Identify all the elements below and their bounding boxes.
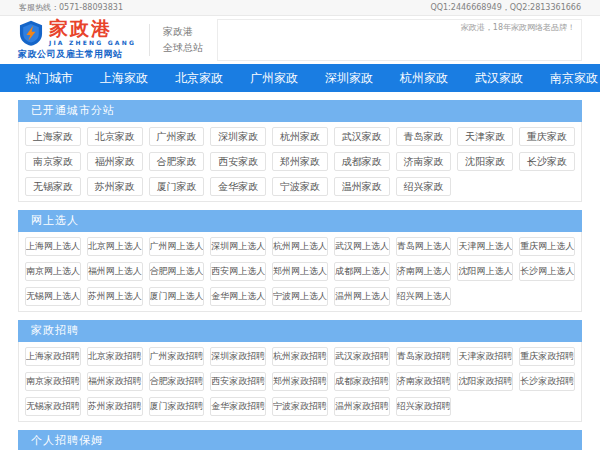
housekeeping-job-link[interactable]: 天津家政招聘 xyxy=(457,347,513,366)
housekeeping-job-link[interactable]: 武汉家政招聘 xyxy=(334,347,390,366)
online-picking-link[interactable]: 广州网上选人 xyxy=(149,237,205,256)
nav-item[interactable]: 深圳家政 xyxy=(325,70,373,87)
online-picking-link[interactable]: 绍兴网上选人 xyxy=(396,287,452,306)
city-branch-link[interactable]: 宁波家政 xyxy=(272,177,328,196)
nav-item[interactable]: 武汉家政 xyxy=(475,70,523,87)
city-branch-link[interactable]: 合肥家政 xyxy=(149,152,205,171)
city-branch-link[interactable]: 绍兴家政 xyxy=(396,177,452,196)
city-branch-link[interactable]: 福州家政 xyxy=(87,152,143,171)
city-branch-link[interactable]: 厦门家政 xyxy=(149,177,205,196)
logo-tagline: 家政公司及雇主常用网站 xyxy=(18,48,136,61)
online-picking-link[interactable]: 福州网上选人 xyxy=(87,262,143,281)
city-branch-link[interactable]: 广州家政 xyxy=(149,127,205,146)
logo-text-block: 家政港 JIA ZHENG GANG xyxy=(49,19,136,46)
logo-name: 家政港 xyxy=(49,19,136,38)
online-picking-link[interactable]: 合肥网上选人 xyxy=(149,262,205,281)
online-picking-link[interactable]: 深圳网上选人 xyxy=(210,237,266,256)
housekeeping-job-link[interactable]: 宁波家政招聘 xyxy=(272,397,328,416)
housekeeping-job-link[interactable]: 温州家政招聘 xyxy=(334,397,390,416)
main-content: 已开通城市分站 上海家政北京家政广州家政深圳家政杭州家政武汉家政青岛家政天津家政… xyxy=(0,92,600,450)
city-branch-link[interactable]: 北京家政 xyxy=(87,127,143,146)
online-picking-link[interactable]: 成都网上选人 xyxy=(334,262,390,281)
header-banner-box: 家政港，18年家政网络老品牌！ xyxy=(217,19,582,61)
online-picking-link[interactable]: 杭州网上选人 xyxy=(272,237,328,256)
section-title: 个人招聘保姆 xyxy=(18,430,582,450)
housekeeping-job-link[interactable]: 北京家政招聘 xyxy=(87,347,143,366)
online-picking-link[interactable]: 北京网上选人 xyxy=(87,237,143,256)
online-picking-link[interactable]: 天津网上选人 xyxy=(457,237,513,256)
city-branch-link[interactable]: 成都家政 xyxy=(334,152,390,171)
online-picking-links: 上海网上选人北京网上选人广州网上选人深圳网上选人杭州网上选人武汉网上选人青岛网上… xyxy=(18,232,582,312)
online-picking-link[interactable]: 长沙网上选人 xyxy=(519,262,575,281)
city-branch-link[interactable]: 西安家政 xyxy=(210,152,266,171)
online-picking-link[interactable]: 厦门网上选人 xyxy=(149,287,205,306)
site-header: 家政港 JIA ZHENG GANG 家政公司及雇主常用网站 家政港 全球总站 … xyxy=(0,16,600,64)
housekeeping-job-link[interactable]: 成都家政招聘 xyxy=(334,372,390,391)
nav-item[interactable]: 广州家政 xyxy=(250,70,298,87)
nav-item[interactable]: 南京家政 xyxy=(550,70,598,87)
city-branch-link[interactable]: 沈阳家政 xyxy=(457,152,513,171)
housekeeping-job-link[interactable]: 深圳家政招聘 xyxy=(210,347,266,366)
city-branch-link[interactable]: 青岛家政 xyxy=(396,127,452,146)
housekeeping-job-link[interactable]: 广州家政招聘 xyxy=(149,347,205,366)
housekeeping-job-link[interactable]: 金华家政招聘 xyxy=(210,397,266,416)
online-picking-link[interactable]: 沈阳网上选人 xyxy=(457,262,513,281)
housekeeping-job-link[interactable]: 青岛家政招聘 xyxy=(396,347,452,366)
city-branch-link[interactable]: 重庆家政 xyxy=(519,127,575,146)
nav-item[interactable]: 北京家政 xyxy=(175,70,223,87)
online-picking-link[interactable]: 金华网上选人 xyxy=(210,287,266,306)
online-picking-link[interactable]: 西安网上选人 xyxy=(210,262,266,281)
city-branch-link[interactable]: 天津家政 xyxy=(457,127,513,146)
city-branch-link[interactable]: 武汉家政 xyxy=(334,127,390,146)
housekeeping-job-link[interactable]: 合肥家政招聘 xyxy=(149,372,205,391)
online-picking-link[interactable]: 无锡网上选人 xyxy=(25,287,81,306)
nav-item[interactable]: 上海家政 xyxy=(100,70,148,87)
online-picking-link[interactable]: 南京网上选人 xyxy=(25,262,81,281)
city-branch-link[interactable]: 济南家政 xyxy=(396,152,452,171)
online-picking-link[interactable]: 郑州网上选人 xyxy=(272,262,328,281)
city-branch-link[interactable]: 金华家政 xyxy=(210,177,266,196)
section-title: 家政招聘 xyxy=(18,320,582,342)
housekeeping-job-link[interactable]: 杭州家政招聘 xyxy=(272,347,328,366)
header-divider xyxy=(149,24,150,56)
nav-item[interactable]: 杭州家政 xyxy=(400,70,448,87)
housekeeping-job-link[interactable]: 重庆家政招聘 xyxy=(519,347,575,366)
housekeeping-job-link[interactable]: 厦门家政招聘 xyxy=(149,397,205,416)
housekeeping-job-link[interactable]: 南京家政招聘 xyxy=(25,372,81,391)
housekeeping-job-link[interactable]: 福州家政招聘 xyxy=(87,372,143,391)
city-branch-link[interactable]: 深圳家政 xyxy=(210,127,266,146)
housekeeping-job-link[interactable]: 济南家政招聘 xyxy=(396,372,452,391)
online-picking-link[interactable]: 苏州网上选人 xyxy=(87,287,143,306)
housekeeping-job-link[interactable]: 西安家政招聘 xyxy=(210,372,266,391)
housekeeping-job-link[interactable]: 沈阳家政招聘 xyxy=(457,372,513,391)
site-station-line: 全球总站 xyxy=(163,40,203,56)
online-picking-link[interactable]: 武汉网上选人 xyxy=(334,237,390,256)
housekeeping-job-link[interactable]: 上海家政招聘 xyxy=(25,347,81,366)
city-branch-link[interactable]: 温州家政 xyxy=(334,177,390,196)
qq-contacts-text: QQ1:2446668949，QQ2:2813361666 xyxy=(430,2,581,13)
logo-pinyin: JIA ZHENG GANG xyxy=(49,39,136,46)
city-branch-link[interactable]: 南京家政 xyxy=(25,152,81,171)
page: 客服热线：0571-88093831 QQ1:2446668949，QQ2:28… xyxy=(0,0,600,450)
online-picking-link[interactable]: 济南网上选人 xyxy=(396,262,452,281)
section-title: 网上选人 xyxy=(18,210,582,232)
online-picking-link[interactable]: 上海网上选人 xyxy=(25,237,81,256)
housekeeping-job-link[interactable]: 郑州家政招聘 xyxy=(272,372,328,391)
site-station-label: 家政港 全球总站 xyxy=(163,24,203,56)
city-branch-link[interactable]: 上海家政 xyxy=(25,127,81,146)
housekeeping-job-link[interactable]: 绍兴家政招聘 xyxy=(396,397,452,416)
housekeeping-job-link[interactable]: 无锡家政招聘 xyxy=(25,397,81,416)
online-picking-link[interactable]: 宁波网上选人 xyxy=(272,287,328,306)
online-picking-link[interactable]: 青岛网上选人 xyxy=(396,237,452,256)
city-branch-link[interactable]: 郑州家政 xyxy=(272,152,328,171)
site-logo[interactable]: 家政港 JIA ZHENG GANG 家政公司及雇主常用网站 xyxy=(18,19,136,61)
city-branch-link[interactable]: 苏州家政 xyxy=(87,177,143,196)
online-picking-link[interactable]: 温州网上选人 xyxy=(334,287,390,306)
city-branch-link[interactable]: 无锡家政 xyxy=(25,177,81,196)
nav-item[interactable]: 热门城市 xyxy=(25,70,73,87)
city-branch-link[interactable]: 长沙家政 xyxy=(519,152,575,171)
housekeeping-job-link[interactable]: 长沙家政招聘 xyxy=(519,372,575,391)
online-picking-link[interactable]: 重庆网上选人 xyxy=(519,237,575,256)
city-branch-link[interactable]: 杭州家政 xyxy=(272,127,328,146)
housekeeping-job-link[interactable]: 苏州家政招聘 xyxy=(87,397,143,416)
